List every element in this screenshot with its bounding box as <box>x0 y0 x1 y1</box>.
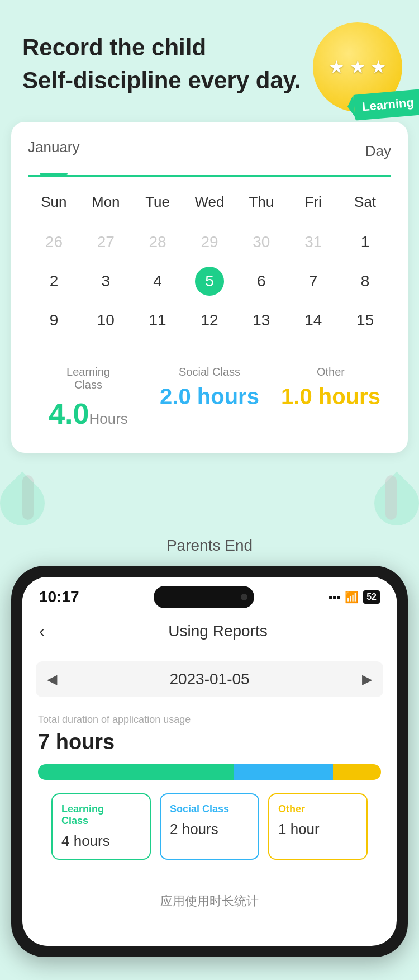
battery-icon: 52 <box>363 590 380 604</box>
status-icons: ▪▪▪ 📶 52 <box>328 590 380 604</box>
calendar-card: January Day SunMonTueWedThuFriSat 262728… <box>11 122 408 453</box>
card-learning: LearningClass 4 hours <box>51 793 151 860</box>
leaf-decoration-left <box>0 472 54 535</box>
stat-learning-value: 4.0Hours <box>28 397 149 430</box>
calendar-days: 262728293031123456789101112131415 <box>28 225 391 337</box>
stat-learning-unit: Hours <box>89 410 127 427</box>
category-cards: LearningClass 4 hours Social Class 2 hou… <box>38 793 381 873</box>
calendar-day[interactable]: 26 <box>28 225 80 259</box>
card-other-value: 1 hour <box>278 821 358 838</box>
bottom-label: 应用使用时长统计 <box>22 887 397 921</box>
date-display: 2023-01-05 <box>169 670 249 688</box>
nav-back-button[interactable]: ‹ <box>39 622 45 641</box>
calendar-day-label[interactable]: Day <box>365 143 391 160</box>
date-next-button[interactable]: ▶ <box>362 671 372 687</box>
calendar-day[interactable]: 5 <box>195 267 224 296</box>
progress-bar <box>38 764 381 780</box>
calendar-day[interactable]: 28 <box>132 225 184 259</box>
duration-meta: Total duration of application usage <box>38 714 381 726</box>
signal-icon: ▪▪▪ <box>328 591 340 604</box>
medal-decoration: ★ ★ ★ Learning <box>279 17 419 129</box>
calendar-header: January Day <box>28 139 391 177</box>
status-notch <box>154 586 254 608</box>
calendar-grid: SunMonTueWedThuFriSat 262728293031123456… <box>28 188 391 337</box>
parents-end-label: Parents End <box>0 537 419 555</box>
calendar-day[interactable]: 27 <box>80 225 132 259</box>
calendar-day[interactable]: 3 <box>80 264 132 298</box>
weekday-tue: Tue <box>132 188 184 216</box>
calendar-day[interactable]: 29 <box>184 225 236 259</box>
calendar-day[interactable]: 13 <box>235 304 287 337</box>
stat-social-label: Social Class <box>149 366 270 378</box>
status-time: 10:17 <box>39 588 79 606</box>
duration-total: 7 hours <box>38 730 381 754</box>
notch-camera <box>241 594 247 600</box>
stats-row: LearningClass 4.0Hours Social Class 2.0 … <box>28 354 391 430</box>
weekday-wed: Wed <box>184 188 236 216</box>
weekday-sun: Sun <box>28 188 80 216</box>
calendar-day[interactable]: 11 <box>132 304 184 337</box>
stat-other-label: Other <box>270 366 391 378</box>
header-section: Record the child Self-discipline every d… <box>0 0 419 111</box>
calendar-day[interactable]: 6 <box>235 264 287 298</box>
stat-social: Social Class 2.0 hours <box>149 366 270 430</box>
weekday-thu: Thu <box>235 188 287 216</box>
date-prev-button[interactable]: ◀ <box>47 671 57 687</box>
calendar-day[interactable]: 31 <box>287 225 339 259</box>
card-social-value: 2 hours <box>170 821 249 838</box>
calendar-day[interactable]: 4 <box>132 264 184 298</box>
card-other: Other 1 hour <box>268 793 368 860</box>
duration-section: Total duration of application usage 7 ho… <box>22 708 397 884</box>
progress-social <box>234 764 333 780</box>
weekday-fri: Fri <box>287 188 339 216</box>
calendar-day[interactable]: 10 <box>80 304 132 337</box>
weekday-sat: Sat <box>339 188 391 216</box>
scroll-handle-right[interactable] <box>385 475 397 520</box>
calendar-day[interactable]: 1 <box>339 225 391 259</box>
calendar-day[interactable]: 12 <box>184 304 236 337</box>
card-learning-value: 4 hours <box>61 832 141 850</box>
card-learning-label: LearningClass <box>61 803 141 827</box>
calendar-day[interactable]: 15 <box>339 304 391 337</box>
calendar-day[interactable]: 8 <box>339 264 391 298</box>
weekday-mon: Mon <box>80 188 132 216</box>
medal-stars: ★ ★ ★ <box>328 56 387 78</box>
card-social: Social Class 2 hours <box>160 793 259 860</box>
card-social-label: Social Class <box>170 803 249 815</box>
phone-screen: 10:17 ▪▪▪ 📶 52 ‹ Using Reports ◀ 2023-01… <box>22 577 397 946</box>
calendar-day[interactable]: 14 <box>287 304 339 337</box>
stat-other-value: 1.0 hours <box>270 384 391 409</box>
phone-frame: 10:17 ▪▪▪ 📶 52 ‹ Using Reports ◀ 2023-01… <box>11 566 408 957</box>
progress-learning <box>38 764 234 780</box>
stat-learning-label: LearningClass <box>28 366 149 391</box>
card-other-label: Other <box>278 803 358 815</box>
app-nav: ‹ Using Reports <box>22 613 397 650</box>
phone-status-bar: 10:17 ▪▪▪ 📶 52 <box>22 577 397 613</box>
progress-other <box>333 764 381 780</box>
stat-social-value: 2.0 hours <box>149 384 270 409</box>
calendar-month[interactable]: January <box>28 139 80 164</box>
calendar-day[interactable]: 9 <box>28 304 80 337</box>
scroll-handles-area <box>0 470 419 525</box>
parents-end-section: Parents End 10:17 ▪▪▪ 📶 52 ‹ Using Repor… <box>0 525 419 968</box>
stat-other: Other 1.0 hours <box>270 366 391 430</box>
nav-title: Using Reports <box>56 622 380 640</box>
calendar-day[interactable]: 2 <box>28 264 80 298</box>
wifi-icon: 📶 <box>345 590 359 604</box>
calendar-day[interactable]: 7 <box>287 264 339 298</box>
calendar-day[interactable]: 30 <box>235 225 287 259</box>
stat-learning: LearningClass 4.0Hours <box>28 366 149 430</box>
calendar-weekdays: SunMonTueWedThuFriSat <box>28 188 391 216</box>
date-navigation: ◀ 2023-01-05 ▶ <box>36 661 383 697</box>
